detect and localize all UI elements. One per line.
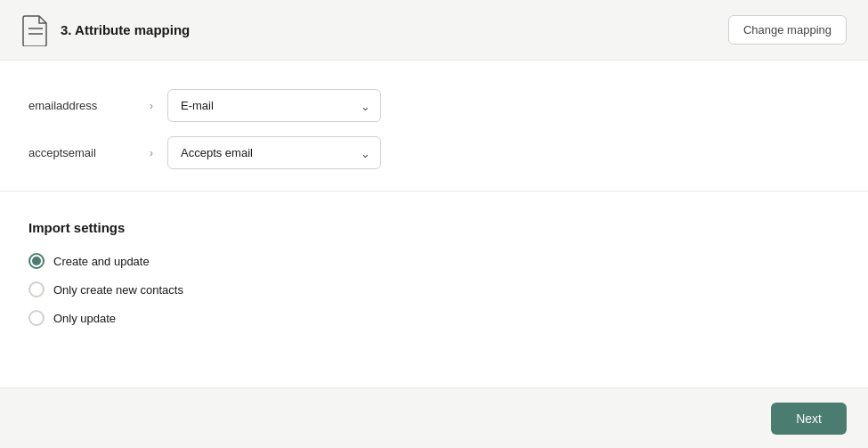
radio-label-create-update: Create and update	[53, 255, 150, 268]
radio-option-only-update[interactable]: Only update	[28, 310, 840, 326]
acceptsemail-select[interactable]: Accepts email SMS consent Other	[167, 136, 381, 169]
file-icon	[21, 14, 50, 46]
radio-only-update[interactable]	[28, 310, 45, 326]
radio-create-update[interactable]	[28, 253, 45, 269]
mapping-section: emailaddress › E-mail First name Last na…	[0, 61, 868, 191]
next-button[interactable]: Next	[771, 403, 847, 435]
arrow-icon: ›	[150, 147, 153, 159]
radio-option-only-create[interactable]: Only create new contacts	[28, 281, 840, 297]
header: 3. Attribute mapping Change mapping	[0, 0, 868, 61]
field-name-emailaddress: emailaddress	[28, 99, 135, 112]
mapping-row: emailaddress › E-mail First name Last na…	[28, 89, 840, 122]
field-name-acceptsemail: acceptsemail	[28, 146, 135, 159]
main-content: emailaddress › E-mail First name Last na…	[0, 61, 868, 387]
radio-option-create-update[interactable]: Create and update	[28, 253, 840, 269]
arrow-icon: ›	[150, 100, 153, 112]
email-select-wrapper: E-mail First name Last name Phone ⌄	[167, 89, 381, 122]
radio-inner	[32, 257, 41, 265]
import-settings-title: Import settings	[28, 220, 840, 235]
page-title: 3. Attribute mapping	[61, 22, 190, 37]
radio-label-only-update: Only update	[53, 312, 116, 325]
radio-only-create[interactable]	[28, 281, 45, 297]
email-select[interactable]: E-mail First name Last name Phone	[167, 89, 381, 122]
footer: Next	[0, 387, 868, 448]
acceptsemail-select-wrapper: Accepts email SMS consent Other ⌄	[167, 136, 381, 169]
header-left: 3. Attribute mapping	[21, 14, 190, 46]
change-mapping-button[interactable]: Change mapping	[728, 15, 847, 45]
radio-label-only-create: Only create new contacts	[53, 283, 183, 297]
import-settings-section: Import settings Create and update Only c…	[0, 191, 868, 354]
mapping-row: acceptsemail › Accepts email SMS consent…	[28, 136, 840, 169]
